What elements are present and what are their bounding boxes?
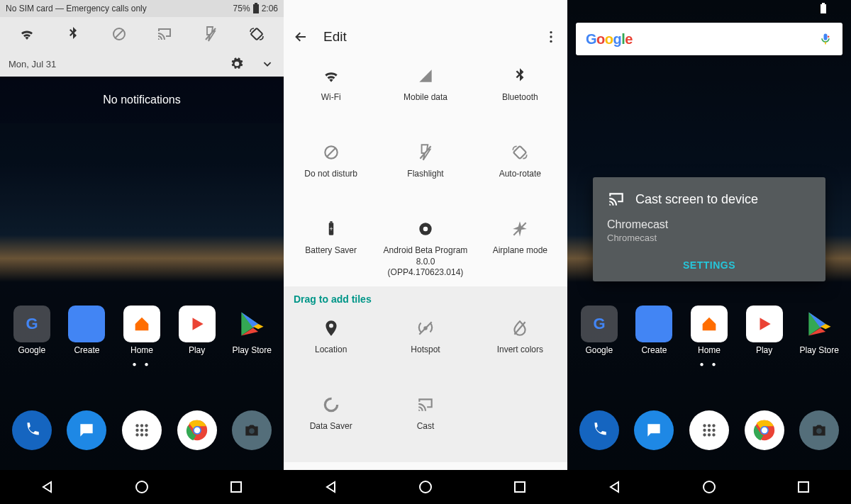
svg-point-47 xyxy=(816,428,822,434)
status-battery-pct: 75% xyxy=(233,4,250,13)
tile-label: Wi-Fi xyxy=(321,92,341,103)
tile-dot[interactable]: Android Beta Program 8.0.0 (OPP4.170623.… xyxy=(378,210,472,286)
qs-flashlight-icon[interactable] xyxy=(202,26,219,43)
qs-cast-icon[interactable] xyxy=(156,26,173,43)
location-icon xyxy=(322,319,340,337)
app-play[interactable]: Play xyxy=(172,306,222,355)
tile-signal[interactable]: Mobile data xyxy=(378,57,472,133)
nav-home-button[interactable] xyxy=(701,478,718,495)
cast-dialog: Cast screen to device Chromecast Chromec… xyxy=(593,177,825,281)
tile-hotspot[interactable]: Hotspot xyxy=(378,309,472,386)
dock-phone[interactable] xyxy=(12,410,52,450)
signal-icon xyxy=(416,67,435,85)
tile-cast[interactable]: Cast xyxy=(378,386,472,462)
nav-back-button[interactable] xyxy=(323,478,340,495)
google-logo: Google xyxy=(586,31,633,47)
svg-point-38 xyxy=(703,429,706,432)
tile-label: Location xyxy=(315,345,347,356)
tile-label: Android Beta Program 8.0.0 (OPP4.170623.… xyxy=(383,245,468,279)
edit-title: Edit xyxy=(323,29,347,45)
app-create[interactable]: Create xyxy=(629,306,679,355)
nav-recents-button[interactable] xyxy=(228,478,245,495)
tile-label: Airplane mode xyxy=(493,245,547,257)
app-play-store[interactable]: Play Store xyxy=(227,306,277,355)
active-tiles-grid: Wi-FiMobile dataBluetoothDo not disturbF… xyxy=(284,57,567,286)
tile-datasaver[interactable]: Data Saver xyxy=(284,386,378,462)
app-play[interactable]: Play xyxy=(740,306,789,355)
tile-rotate[interactable]: Auto-rotate xyxy=(473,133,567,210)
dock-chrome[interactable] xyxy=(177,410,217,450)
cast-settings-button[interactable]: SETTINGS xyxy=(683,259,735,271)
hotspot-icon xyxy=(416,319,435,337)
tile-label: Bluetooth xyxy=(502,92,538,103)
dock-camera[interactable] xyxy=(232,410,272,450)
qs-wifi-icon[interactable] xyxy=(18,26,35,43)
svg-point-34 xyxy=(249,428,255,434)
drag-to-add-header: Drag to add tiles xyxy=(284,286,567,309)
nav-bar xyxy=(0,470,284,504)
dock-apps[interactable] xyxy=(122,410,162,450)
qs-bluetooth-icon[interactable] xyxy=(65,26,82,43)
svg-point-40 xyxy=(712,429,715,432)
svg-point-46 xyxy=(761,427,767,434)
app-google[interactable]: GGoogle xyxy=(574,306,624,355)
phone-1-notification-shade: GGoogle Create Home Play Play Store ● ● … xyxy=(0,0,284,504)
no-notifications-text: No notifications xyxy=(0,77,284,123)
tile-battery[interactable]: Battery Saver xyxy=(284,210,378,286)
dock-messages[interactable] xyxy=(67,410,106,450)
status-sim-text: No SIM card — Emergency calls only xyxy=(6,4,147,13)
tile-wifi[interactable]: Wi-Fi xyxy=(284,57,378,133)
svg-point-37 xyxy=(712,424,715,427)
battery-icon xyxy=(821,4,826,13)
qs-dnd-icon[interactable] xyxy=(111,26,128,43)
tile-dnd[interactable]: Do not disturb xyxy=(284,133,378,210)
cast-device-subtitle: Chromecast xyxy=(607,233,811,243)
tile-location[interactable]: Location xyxy=(284,309,378,386)
tile-flashlight[interactable]: Flashlight xyxy=(378,133,472,210)
tile-label: Data Saver xyxy=(310,421,352,432)
shade-date: Mon, Jul 31 xyxy=(9,59,56,69)
nav-home-button[interactable] xyxy=(133,478,150,495)
dock-chrome[interactable] xyxy=(745,410,784,450)
app-create[interactable]: Create xyxy=(62,306,111,355)
app-home[interactable]: Home xyxy=(117,306,167,355)
status-bar: No SIM card — Emergency calls only 75% 2… xyxy=(0,0,284,17)
svg-point-26 xyxy=(140,429,143,432)
tile-bluetooth[interactable]: Bluetooth xyxy=(473,57,567,133)
invert-icon xyxy=(511,319,529,337)
nav-back-button[interactable] xyxy=(606,478,623,495)
overflow-menu-icon[interactable] xyxy=(543,29,559,45)
dock-apps[interactable] xyxy=(689,410,729,450)
mic-icon[interactable] xyxy=(818,32,833,46)
tile-label: Battery Saver xyxy=(305,245,357,257)
cast-device-item[interactable]: Chromecast Chromecast xyxy=(607,218,811,243)
nav-back-button[interactable] xyxy=(39,478,56,495)
expand-chevron-icon[interactable] xyxy=(260,56,275,72)
dnd-icon xyxy=(322,143,340,162)
dock-messages[interactable] xyxy=(634,410,674,450)
phone-2-qs-edit: Edit Wi-FiMobile dataBluetoothDo not dis… xyxy=(284,0,567,504)
svg-point-43 xyxy=(712,433,715,436)
back-arrow-icon[interactable] xyxy=(292,28,309,45)
settings-gear-icon[interactable] xyxy=(230,57,244,71)
tile-airplane[interactable]: Airplane mode xyxy=(473,210,567,286)
svg-point-42 xyxy=(708,433,711,436)
app-home[interactable]: Home xyxy=(684,306,734,355)
tile-label: Mobile data xyxy=(404,92,447,103)
svg-point-28 xyxy=(135,433,138,436)
svg-point-25 xyxy=(135,429,138,432)
dock-phone[interactable] xyxy=(579,410,619,450)
phone-3-cast-dialog: 2:06 Google GGoogle Create Home Play Pla… xyxy=(567,0,851,504)
tile-invert[interactable]: Invert colors xyxy=(473,309,567,386)
status-clock: 2:06 xyxy=(262,4,278,13)
app-google[interactable]: GGoogle xyxy=(7,306,57,355)
cast-icon xyxy=(416,396,435,414)
dock-camera[interactable] xyxy=(799,410,839,450)
nav-recents-button[interactable] xyxy=(511,478,528,495)
nav-recents-button[interactable] xyxy=(795,478,812,495)
nav-home-button[interactable] xyxy=(417,478,434,495)
app-play-store[interactable]: Play Store xyxy=(794,306,844,355)
google-search-bar[interactable]: Google xyxy=(576,23,842,55)
quick-settings-row xyxy=(0,17,284,51)
qs-rotate-icon[interactable] xyxy=(248,26,265,43)
